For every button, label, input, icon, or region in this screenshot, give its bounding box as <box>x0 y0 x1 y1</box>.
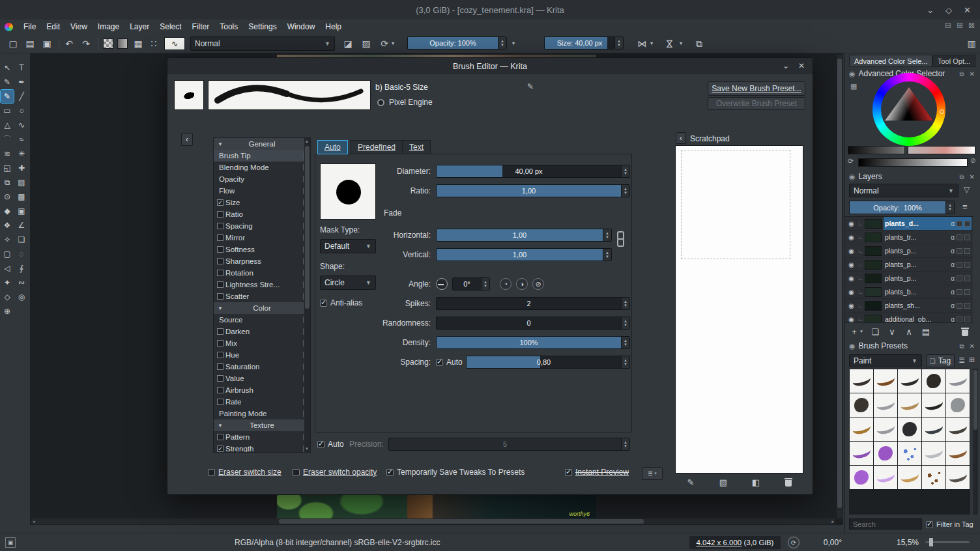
tool-zoom[interactable]: ◎ <box>15 290 28 304</box>
option-checkbox[interactable]: ✓ <box>217 199 223 206</box>
layer-visibility-icon[interactable]: ◉ <box>847 275 856 282</box>
diameter-spinner[interactable]: ▲▼ <box>621 165 629 177</box>
mirror-horizontal-dropdown-icon[interactable]: ▾ <box>648 38 655 49</box>
brush-preset-7[interactable] <box>874 393 897 417</box>
scratchpad-fill-background-icon[interactable]: ◧ <box>749 476 763 488</box>
window-titlebar[interactable]: (3,0 GiB) - [cozy_tenement.kra] — Krita … <box>0 0 980 20</box>
layer-alpha-icon[interactable]: α <box>951 289 955 296</box>
layer-main[interactable]: plants_b...α <box>884 285 972 298</box>
layer-alpha-icon[interactable]: α <box>951 247 955 255</box>
tool-rect-select[interactable]: ▢ <box>1 247 14 261</box>
menu-layer[interactable]: Layer <box>124 22 154 31</box>
tab-text[interactable]: Text <box>402 140 431 154</box>
scratchpad-collapse-button[interactable]: ‹ <box>676 132 686 144</box>
tool-multibrush[interactable]: ✳ <box>15 147 28 160</box>
brush-preset-24[interactable] <box>922 466 945 489</box>
option-checkbox[interactable] <box>217 258 223 264</box>
saturation-strip[interactable] <box>908 146 975 154</box>
layer-lock-icon[interactable] <box>964 248 970 254</box>
fill-gradient-chip[interactable] <box>117 38 128 49</box>
brush-option-value[interactable]: Value <box>214 373 310 384</box>
tool-dynamic-brush[interactable]: ≋ <box>1 147 14 160</box>
brush-preset-3[interactable] <box>898 369 921 393</box>
brush-option-sharpness[interactable]: Sharpness <box>214 255 310 267</box>
layer-inherit-alpha-icon[interactable] <box>957 248 962 254</box>
tool-select-shapes[interactable]: ↖ <box>1 61 14 74</box>
layer-row[interactable]: ◉∟plants_sh...α <box>845 299 973 313</box>
brush-preset-13[interactable] <box>898 417 921 441</box>
angle-dial[interactable] <box>436 278 448 290</box>
eraser-switch-size-checkbox[interactable]: Eraser switch size <box>208 467 281 477</box>
close-docker-icon[interactable]: ✕ <box>970 70 975 78</box>
brush-option-spacing[interactable]: Spacing <box>214 220 310 232</box>
tool-polyline[interactable]: ∿ <box>15 119 28 132</box>
workspace-chooser-icon[interactable]: ▥ <box>965 38 978 49</box>
layer-row[interactable]: ◉∟plants_b...α <box>845 285 973 299</box>
tool-transform[interactable]: ◱ <box>1 162 14 175</box>
docker-tab-tool-opt[interactable]: Tool Opt... <box>932 55 975 67</box>
scroll-right-icon[interactable]: ▸ <box>831 519 834 524</box>
layer-inherit-alpha-icon[interactable] <box>957 234 962 240</box>
menu-file[interactable]: File <box>18 22 41 31</box>
layer-row[interactable]: ◉∟plants_p...α <box>845 272 973 285</box>
add-layer-dropdown-icon[interactable]: ▾ <box>858 326 865 337</box>
dialog-options-menu-button[interactable]: ≡▾ <box>642 467 663 480</box>
brush-option-rotation[interactable]: Rotation <box>214 267 310 279</box>
tool-color-sampler[interactable]: ⊙ <box>1 190 14 203</box>
brush-option-general[interactable]: ▼General <box>214 138 310 150</box>
option-checkbox[interactable] <box>217 363 223 370</box>
menu-view[interactable]: View <box>65 22 93 31</box>
preset-tag-combo[interactable]: Paint ▼ <box>849 354 922 367</box>
brush-preset-5[interactable] <box>946 369 970 393</box>
brush-option-flow[interactable]: Flow <box>214 185 310 197</box>
dock-left-icon[interactable]: ⊟ <box>945 21 951 30</box>
brush-option-source[interactable]: Source <box>214 314 310 326</box>
docker-settings-icon[interactable]: ◉ <box>849 342 856 350</box>
redo-icon[interactable]: ↷ <box>79 38 93 49</box>
layer-visibility-icon[interactable]: ◉ <box>847 289 856 296</box>
opacity-dropdown-icon[interactable]: ▾ <box>510 38 517 49</box>
tool-enclose-fill[interactable]: ▣ <box>15 205 28 218</box>
menu-help[interactable]: Help <box>320 22 347 31</box>
rename-preset-icon[interactable]: ✎ <box>527 82 534 91</box>
preset-view-mode-icon[interactable]: ≣ <box>958 356 965 365</box>
option-checkbox[interactable] <box>217 246 223 253</box>
menu-filter[interactable]: Filter <box>187 22 215 31</box>
canvas-vertical-scrollbar[interactable] <box>837 55 843 518</box>
layer-main[interactable]: plants_p...α <box>884 258 972 271</box>
layer-lock-icon[interactable] <box>964 262 970 268</box>
layer-blend-combo[interactable]: Normal ▼ <box>849 184 958 197</box>
tool-smart-patch[interactable]: ❖ <box>1 219 14 232</box>
layer-inherit-alpha-icon[interactable] <box>957 317 962 322</box>
section-collapse-icon[interactable]: ▼ <box>218 141 223 147</box>
opacity-slider[interactable]: Opacity: 100% ▲▼ <box>407 36 507 49</box>
undo-icon[interactable]: ↶ <box>63 38 76 49</box>
filter-in-tag-checkbox[interactable]: Filter in Tag <box>926 519 973 530</box>
tool-polygon-select[interactable]: ◁ <box>1 262 14 275</box>
tool-measure[interactable]: ∠ <box>15 219 28 232</box>
brush-preset-25[interactable] <box>946 466 970 489</box>
layer-lock-icon[interactable] <box>964 221 970 227</box>
move-layer-down-button[interactable]: ∨ <box>886 326 899 337</box>
brush-option-darken[interactable]: Darken <box>214 326 310 337</box>
brush-option-brush-tip[interactable]: Brush Tip <box>214 150 310 162</box>
instant-preview-checkbox[interactable]: Instant Preview <box>565 467 629 477</box>
layer-inherit-alpha-icon[interactable] <box>957 303 962 309</box>
tool-polygon[interactable]: △ <box>1 119 14 132</box>
value-strip[interactable] <box>848 146 905 154</box>
gradient-chooser-chip[interactable] <box>103 38 113 49</box>
option-checkbox[interactable] <box>217 340 223 346</box>
layer-row[interactable]: ◉∟plants_tr...α <box>845 231 973 244</box>
layer-alpha-icon[interactable]: α <box>951 302 955 309</box>
zoom-slider-handle[interactable] <box>929 538 933 546</box>
brush-option-opacity[interactable]: Opacity <box>214 173 310 185</box>
size-spinner[interactable]: ▲▼ <box>614 37 623 49</box>
layer-lock-icon[interactable] <box>964 276 970 281</box>
brush-option-lightness-stre[interactable]: Lightness Stre... <box>214 279 310 290</box>
menu-settings[interactable]: Settings <box>243 22 281 31</box>
canvas-rotation-reset-icon[interactable]: ⟳ <box>788 537 800 548</box>
fade-horizontal-slider[interactable]: 1,00 ▲▼ <box>436 229 612 242</box>
dialog-close-icon[interactable]: ✕ <box>798 61 805 70</box>
tool-reference-images[interactable]: ❏ <box>15 233 28 246</box>
option-checkbox[interactable] <box>217 387 223 393</box>
